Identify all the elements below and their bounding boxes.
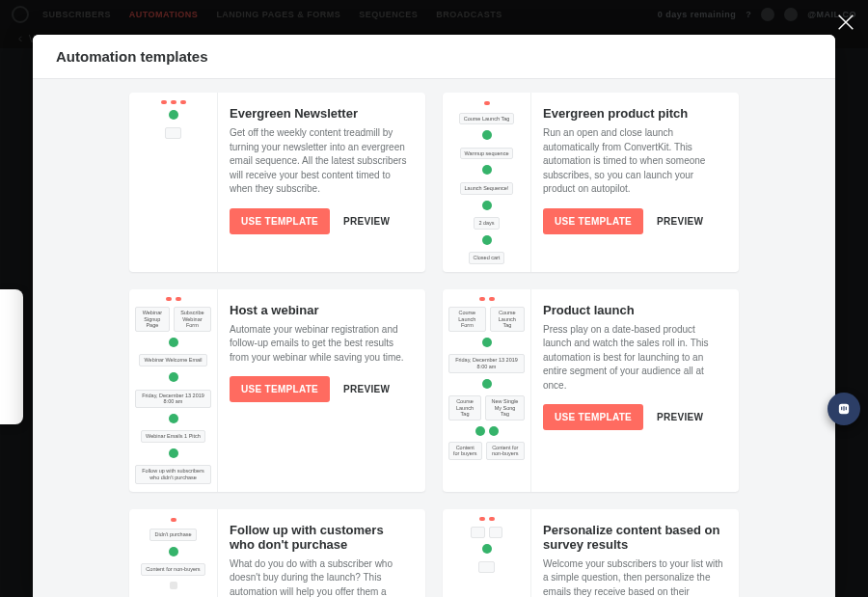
template-thumb: Course Launch Tag Warmup sequence Launch…: [443, 93, 531, 272]
side-widget[interactable]: [0, 289, 23, 424]
template-thumb: [443, 509, 531, 597]
preview-link[interactable]: PREVIEW: [343, 384, 390, 394]
template-card-evergreen-newsletter: Evergreen Newsletter Get off the weekly …: [129, 93, 425, 272]
template-card-follow-up-non-purchasers: Didn't purchase Content for non-buyers E…: [129, 509, 425, 597]
template-desc: Welcome your subscribers to your list wi…: [543, 557, 723, 597]
template-card-personalize-content-survey: Personalize content based on survey resu…: [443, 509, 739, 597]
svg-rect-3: [846, 407, 847, 410]
preview-link[interactable]: PREVIEW: [343, 216, 390, 227]
template-thumb: [129, 93, 218, 272]
template-title: Host a webinar: [230, 303, 410, 317]
template-card-host-a-webinar: Webinar Signup PageSubscribe Webinar For…: [129, 289, 425, 492]
template-title: Product launch: [543, 303, 723, 317]
templates-grid: Evergreen Newsletter Get off the weekly …: [33, 79, 835, 597]
svg-rect-1: [841, 407, 842, 410]
automation-templates-modal: Automation templates Evergreen Newslette…: [33, 35, 835, 597]
template-desc: Run an open and close launch automatical…: [543, 126, 723, 197]
use-template-button[interactable]: USE TEMPLATE: [543, 404, 643, 430]
template-title: Evergreen Newsletter: [230, 106, 410, 121]
template-thumb: Didn't purchase Content for non-buyers E…: [129, 509, 218, 597]
use-template-button[interactable]: USE TEMPLATE: [230, 208, 330, 234]
preview-link[interactable]: PREVIEW: [657, 216, 703, 227]
close-modal-button[interactable]: [835, 12, 856, 33]
close-icon: [835, 12, 856, 33]
template-title: Evergreen product pitch: [543, 106, 723, 121]
template-card-evergreen-product-pitch: Course Launch Tag Warmup sequence Launch…: [443, 93, 739, 272]
template-card-product-launch: Course Launch FormCourse Launch Tag Frid…: [443, 289, 739, 492]
template-desc: Press play on a date-based product launc…: [543, 323, 723, 393]
preview-link[interactable]: PREVIEW: [657, 412, 703, 422]
modal-title: Automation templates: [33, 35, 835, 79]
svg-rect-2: [843, 406, 844, 411]
intercom-launcher[interactable]: [827, 393, 860, 425]
use-template-button[interactable]: USE TEMPLATE: [543, 208, 643, 234]
use-template-button[interactable]: USE TEMPLATE: [230, 376, 330, 402]
template-thumb: Webinar Signup PageSubscribe Webinar For…: [129, 289, 218, 492]
template-title: Follow up with customers who don't purch…: [230, 523, 410, 552]
template-desc: Automate your webinar registration and f…: [230, 323, 410, 366]
template-desc: What do you do with a subscriber who doe…: [230, 557, 410, 597]
template-title: Personalize content based on survey resu…: [543, 523, 723, 552]
chat-icon: [836, 401, 852, 417]
template-desc: Get off the weekly content treadmill by …: [230, 126, 410, 197]
template-thumb: Course Launch FormCourse Launch Tag Frid…: [443, 289, 531, 492]
